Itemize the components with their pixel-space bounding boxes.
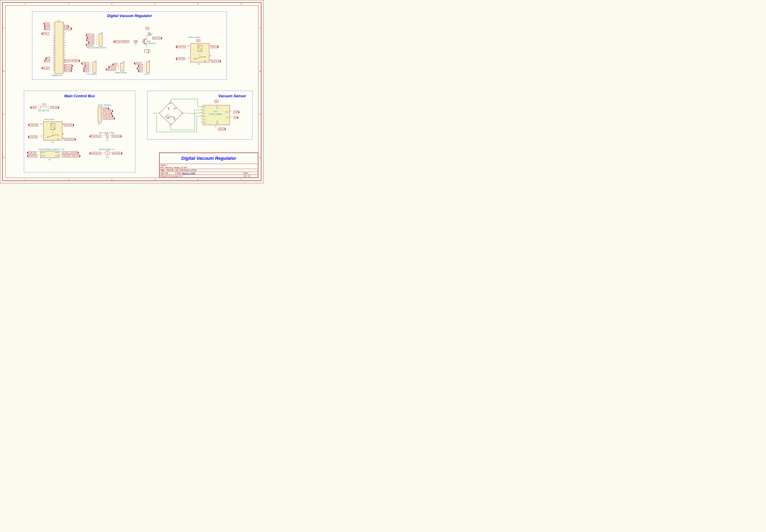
svg-line-27 <box>106 134 108 138</box>
vs-title: Vacuum Sensor <box>147 94 246 98</box>
svg-point-24 <box>58 139 58 140</box>
q1-in: RELAY-TRIGGER <box>114 40 129 43</box>
svg-point-17 <box>46 107 47 108</box>
inductor-icon <box>105 134 109 138</box>
rpi-name: Raspberry Pi <box>52 74 62 76</box>
q1-bot: GND-2 <box>144 50 150 52</box>
net-relaytrig: RELAY-TRIGGER <box>64 59 79 62</box>
tb-bigtitle: Digital Vacuum Regulator <box>160 156 257 161</box>
k2-body <box>190 43 209 62</box>
relay-icon <box>191 44 209 62</box>
transistor-icon <box>142 35 148 48</box>
net-gnd2: GND-2 <box>64 27 71 30</box>
ruler-2: 2 <box>68 3 69 5</box>
dvr-title: Digital Vacuum Regulator <box>32 14 227 18</box>
j3-body <box>121 63 124 71</box>
q1-name: 2N2222A <box>148 42 156 44</box>
ruler-1: 1 <box>25 3 26 5</box>
svg-point-13 <box>205 61 205 61</box>
ruler-3: 3 <box>111 3 112 5</box>
ruler-4: 4 <box>154 3 155 5</box>
j4-body <box>146 62 150 73</box>
k2-11: LINE-SW <box>177 57 185 60</box>
net-sck: SCK <box>45 59 50 62</box>
net-scl: SCL <box>45 27 50 30</box>
net-gnd1: GND-1 <box>42 32 49 35</box>
q1-top: 5V <box>146 27 149 30</box>
j1-p5: GND-1 <box>87 44 93 46</box>
mcb-title: Main Control Box <box>24 94 135 98</box>
j5-body <box>98 107 101 123</box>
k1-body <box>43 122 62 140</box>
motor-icon <box>105 150 110 155</box>
bridge-icon <box>159 101 183 126</box>
rpi-ref: P1 <box>58 20 60 22</box>
q1-out: RELAY-IN <box>152 37 161 39</box>
net-redt: RE-DT <box>64 69 71 72</box>
svg-point-16 <box>40 107 41 108</box>
k2-a2: RELAY-IN <box>177 45 186 48</box>
svg-line-3 <box>144 38 147 40</box>
svg-rect-29 <box>159 102 182 125</box>
u3-body: U3 HX711_module E+ E- A- A+ B- B+ SCK DT… <box>203 105 230 125</box>
svg-line-18 <box>41 106 46 107</box>
svg-point-12 <box>205 57 205 57</box>
k2-a1: GND-2 <box>211 45 218 48</box>
svg-line-9 <box>198 45 202 51</box>
switch-icon <box>38 105 49 109</box>
j1-body <box>99 34 102 46</box>
j2-body <box>93 62 96 73</box>
rpi-body <box>55 22 63 74</box>
svg-line-20 <box>51 123 55 130</box>
j1-ref: J1 <box>101 31 103 34</box>
u1-body: AC/L AC/N +Vout -Vout <box>40 151 59 158</box>
k2-14: LINE-DVR <box>211 60 220 63</box>
j1-name: Rotary Encoder KY-040 <box>87 47 106 49</box>
svg-line-25 <box>48 134 57 137</box>
r1-val: 10K <box>134 41 138 42</box>
k2-name: Relay_Module <box>188 36 200 38</box>
block-mcb: Main Control Box <box>24 91 135 172</box>
ruler-6: 6 <box>241 3 242 5</box>
relay-icon <box>44 122 62 140</box>
q1-ref: Q1 <box>148 40 151 42</box>
schematic-sheet: 1 2 3 4 5 6 1 2 3 4 5 6 A B C D A B C D … <box>0 0 264 183</box>
title-block: Digital Vacuum Regulator Sheet: /File: V… <box>159 153 258 178</box>
svg-line-14 <box>195 56 204 59</box>
net-resw: RE-SW <box>42 67 50 70</box>
ruler-5: 5 <box>198 3 199 5</box>
svg-point-23 <box>58 135 58 136</box>
